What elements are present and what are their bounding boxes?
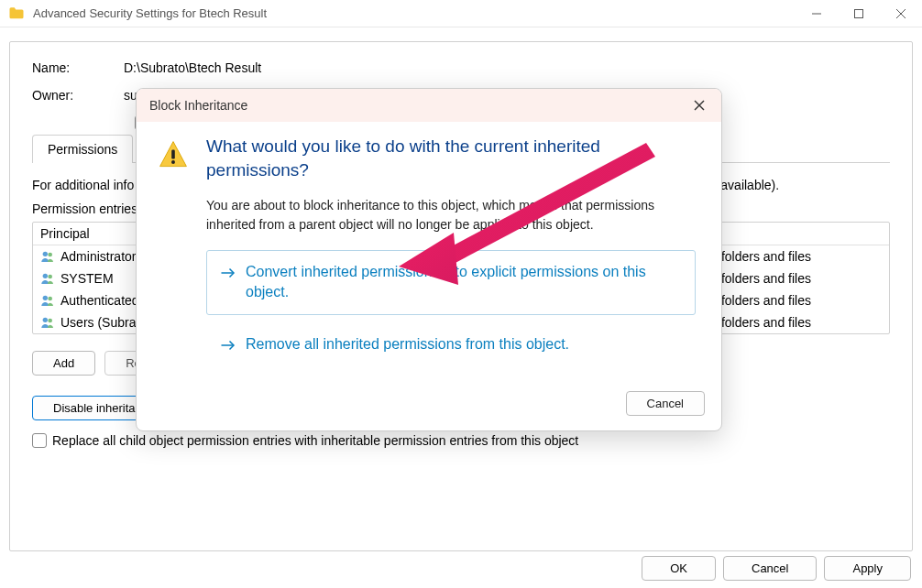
principal-name: Users (Subrato: [60, 315, 147, 330]
window-titlebar: Advanced Security Settings for Btech Res…: [0, 0, 922, 27]
add-button[interactable]: Add: [32, 351, 95, 376]
minimize-button[interactable]: [796, 0, 838, 27]
svg-point-5: [48, 253, 52, 257]
principal-name: SYSTEM: [60, 271, 114, 286]
svg-point-10: [43, 318, 48, 322]
modal-explanation: You are about to block inheritance to th…: [206, 196, 696, 234]
name-value: D:\Subrato\Btech Result: [124, 60, 261, 75]
svg-point-4: [43, 252, 48, 256]
close-button[interactable]: [880, 0, 922, 27]
svg-rect-14: [171, 150, 175, 159]
svg-point-6: [43, 274, 48, 278]
info-text-left: For additional info: [32, 178, 134, 192]
replace-checkbox[interactable]: [32, 433, 47, 448]
users-icon: [40, 315, 55, 330]
users-icon: [40, 249, 55, 264]
block-inheritance-dialog: Block Inheritance What would you like to…: [136, 88, 722, 431]
window-controls: [796, 0, 922, 27]
warning-icon: [157, 138, 190, 171]
modal-title: Block Inheritance: [149, 98, 690, 113]
principal-name: Authenticated: [60, 293, 139, 308]
window-title: Advanced Security Settings for Btech Res…: [33, 6, 796, 20]
svg-rect-1: [855, 9, 863, 17]
modal-cancel-button[interactable]: Cancel: [626, 391, 705, 416]
option-convert-label: Convert inherited permissions into expli…: [246, 262, 682, 303]
principal-name: Administrators: [60, 249, 142, 264]
dialog-buttons: OK Cancel Apply: [642, 556, 911, 581]
replace-checkbox-label[interactable]: Replace all child object permission entr…: [52, 433, 578, 448]
option-convert-permissions[interactable]: Convert inherited permissions into expli…: [206, 250, 696, 315]
svg-point-11: [48, 319, 52, 323]
cancel-button[interactable]: Cancel: [723, 556, 817, 581]
users-icon: [40, 271, 55, 286]
name-label: Name:: [32, 60, 124, 75]
modal-close-button[interactable]: [690, 96, 708, 114]
apply-button[interactable]: Apply: [824, 556, 911, 581]
tab-permissions[interactable]: Permissions: [32, 135, 133, 163]
option-remove-permissions[interactable]: Remove all inherited permissions from th…: [206, 322, 696, 369]
maximize-button[interactable]: [838, 0, 880, 27]
arrow-right-icon: [220, 265, 236, 303]
owner-label: Owner:: [32, 88, 124, 103]
folder-icon: [7, 5, 26, 23]
svg-point-8: [43, 296, 48, 300]
option-remove-label: Remove all inherited permissions from th…: [246, 334, 569, 357]
svg-point-7: [48, 275, 52, 279]
svg-point-15: [171, 160, 175, 164]
users-icon: [40, 293, 55, 308]
modal-heading: What would you like to do with the curre…: [206, 135, 696, 181]
svg-point-9: [48, 297, 52, 301]
arrow-right-icon: [220, 337, 236, 357]
ok-button[interactable]: OK: [642, 556, 716, 581]
